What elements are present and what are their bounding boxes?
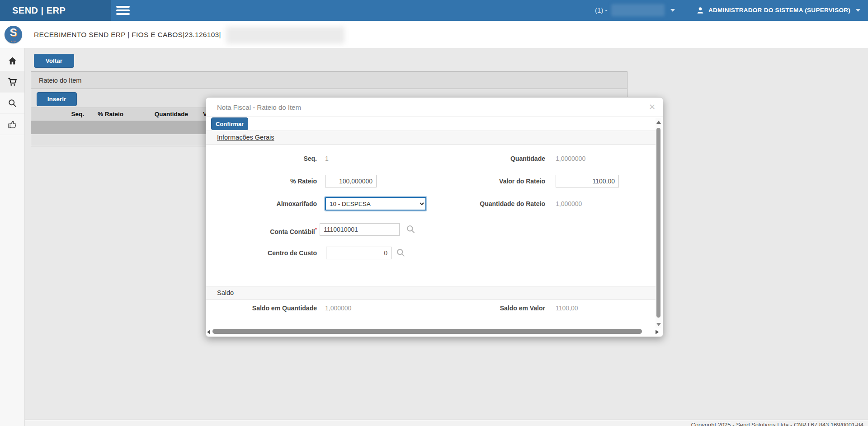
conta-contabil-input[interactable]	[320, 223, 400, 236]
quantidade-value: 1,0000000	[556, 152, 585, 165]
quantidade-label: Quantidade	[434, 152, 545, 165]
page-title: RECEBIMENTO SEND ERP | FIOS E CABOS|23.1…	[34, 21, 221, 48]
quantidade-rateio-value: 1,000000	[556, 197, 582, 211]
centro-custo-input[interactable]	[326, 247, 392, 259]
thumbs-up-icon	[8, 120, 17, 129]
page-title-redacted	[226, 27, 344, 44]
scroll-down-icon[interactable]	[656, 323, 661, 326]
footer: Copyright 2025 - Send Solutions Ltda - C…	[25, 420, 868, 426]
vertical-scrollbar-thumb[interactable]	[656, 128, 660, 318]
chevron-down-icon	[856, 9, 860, 12]
field-row: Seq. 1 Quantidade 1,0000000	[206, 152, 656, 165]
voltar-button[interactable]: Voltar	[34, 54, 74, 68]
column-header-seq: Seq.	[31, 108, 84, 121]
sidebar-item-home[interactable]	[0, 50, 24, 71]
quantidade-rateio-label: Quantidade do Rateio	[434, 197, 545, 211]
valor-rateio-label: Valor do Rateio	[434, 174, 545, 188]
percent-rateio-label: % Rateio	[206, 174, 317, 188]
section-saldo: Saldo	[206, 286, 656, 300]
modal-title: Nota Fiscal - Rateio do Item	[217, 98, 301, 117]
saldo-quantidade-value: 1,000000	[325, 301, 351, 315]
saldo-valor-value: 1100,00	[556, 301, 578, 315]
section-informacoes-gerais: Informações Gerais	[206, 131, 656, 145]
seq-label: Seq.	[206, 152, 317, 165]
percent-rateio-input[interactable]	[325, 175, 377, 187]
field-row: % Rateio Valor do Rateio	[206, 174, 656, 188]
valor-rateio-input[interactable]	[556, 175, 619, 187]
almoxarifado-select[interactable]: 10 - DESPESA	[325, 197, 426, 211]
page: SEND | ERP (1) - ADMINISTRADOR DO SISTEM…	[0, 0, 868, 426]
saldo-quantidade-label: Saldo em Quantidade	[206, 301, 317, 315]
column-header-rateio: % Rateio	[84, 108, 123, 121]
saldo-valor-label: Saldo em Valor	[434, 301, 545, 315]
top-bar: SEND | ERP (1) - ADMINISTRADOR DO SISTEM…	[0, 0, 868, 21]
required-asterisk: *	[315, 227, 317, 232]
search-icon	[8, 98, 17, 108]
company-prefix: (1) -	[595, 0, 608, 21]
cart-icon	[8, 77, 17, 87]
scroll-up-icon[interactable]	[656, 121, 661, 124]
modal-horizontal-scrollbar[interactable]	[207, 328, 661, 335]
close-icon[interactable]: ✕	[649, 102, 656, 112]
logo-sub: erp	[5, 40, 22, 42]
brand-section: SEND | ERP	[0, 0, 111, 21]
horizontal-scrollbar-thumb[interactable]	[212, 329, 642, 334]
modal-header: Nota Fiscal - Rateio do Item ✕	[206, 98, 663, 117]
title-bar: S erp RECEBIMENTO SEND ERP | FIOS E CABO…	[0, 21, 868, 48]
field-row: Saldo em Quantidade 1,000000 Saldo em Va…	[206, 301, 656, 315]
logo-letter: S	[5, 26, 22, 39]
copyright-text: Copyright 2025 - Send Solutions Ltda - C…	[691, 421, 863, 426]
sidebar-item-approve[interactable]	[0, 114, 24, 135]
centro-custo-label: Centro de Custo	[206, 246, 317, 260]
rateio-panel-title: Rateio do Item	[39, 72, 81, 89]
person-icon	[696, 6, 704, 14]
confirmar-button[interactable]: Confirmar	[211, 117, 248, 130]
field-row: Conta Contábil*	[206, 223, 656, 236]
column-header-quantidade: Quantidade	[123, 108, 188, 121]
modal-vertical-scrollbar[interactable]	[656, 118, 661, 329]
field-row: Almoxarifado 10 - DESPESA Quantidade do …	[206, 197, 656, 211]
sidebar-item-cart[interactable]	[0, 71, 24, 93]
scroll-left-icon[interactable]	[207, 330, 210, 334]
app-brand: SEND | ERP	[12, 0, 66, 21]
menu-hamburger-icon[interactable]	[116, 6, 130, 15]
field-row: Centro de Custo	[206, 246, 656, 260]
saldo-section-title: Saldo	[217, 286, 234, 300]
seq-value: 1	[325, 152, 329, 165]
almoxarifado-label: Almoxarifado	[206, 197, 317, 211]
informacoes-gerais-link[interactable]: Informações Gerais	[217, 131, 274, 144]
scroll-right-icon[interactable]	[656, 330, 659, 334]
rateio-modal: Nota Fiscal - Rateio do Item ✕ Confirmar…	[206, 97, 663, 337]
sidebar	[0, 48, 25, 426]
app-logo: S erp	[5, 26, 22, 43]
sidebar-item-search[interactable]	[0, 93, 24, 114]
inserir-button[interactable]: Inserir	[37, 92, 77, 106]
company-name-redacted	[611, 4, 665, 16]
chevron-down-icon	[670, 9, 675, 12]
home-icon	[8, 56, 17, 66]
conta-contabil-label: Conta Contábil*	[206, 223, 317, 239]
conta-contabil-search-icon[interactable]	[406, 225, 415, 234]
user-name: ADMINISTRADOR DO SISTEMA (SUPERVISOR)	[708, 0, 850, 21]
centro-custo-search-icon[interactable]	[396, 248, 406, 257]
rateio-panel-header: Rateio do Item	[31, 72, 627, 89]
